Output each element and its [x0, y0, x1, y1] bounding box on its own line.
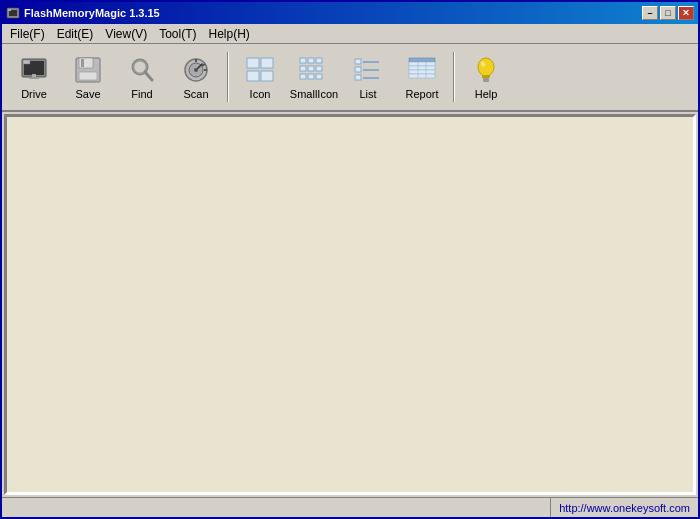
svg-rect-39 — [363, 77, 379, 79]
svg-rect-41 — [409, 62, 435, 66]
scan-icon — [180, 54, 212, 86]
status-right: http://www.onekeysoft.com — [551, 502, 698, 514]
report-view-icon — [406, 54, 438, 86]
drive-label: Drive — [21, 88, 47, 100]
svg-rect-23 — [247, 71, 259, 81]
title-bar: FlashMemoryMagic 1.3.15 – □ ✕ — [2, 2, 698, 24]
scan-button[interactable]: Scan — [170, 48, 222, 106]
svg-point-20 — [194, 68, 198, 72]
drive-icon — [18, 54, 50, 86]
svg-rect-43 — [409, 70, 435, 74]
svg-rect-34 — [355, 59, 361, 64]
svg-rect-2 — [8, 9, 11, 11]
svg-line-14 — [145, 72, 152, 80]
svg-rect-36 — [355, 67, 361, 72]
help-button[interactable]: Help — [460, 48, 512, 106]
svg-rect-27 — [316, 58, 322, 63]
find-label: Find — [131, 88, 152, 100]
help-icon — [470, 54, 502, 86]
svg-rect-32 — [308, 74, 314, 79]
content-panel — [6, 116, 694, 493]
svg-rect-40 — [409, 58, 435, 62]
list-view-label: List — [359, 88, 376, 100]
icon-view-button[interactable]: Icon — [234, 48, 286, 106]
main-content-area — [4, 114, 696, 495]
svg-rect-48 — [482, 75, 490, 78]
svg-rect-50 — [483, 80, 489, 82]
save-label: Save — [75, 88, 100, 100]
smallicon-view-label: SmallIcon — [290, 88, 338, 100]
svg-rect-7 — [29, 77, 39, 79]
menu-file[interactable]: File(F) — [4, 25, 51, 43]
svg-rect-35 — [363, 61, 379, 63]
status-left — [2, 498, 551, 517]
help-label: Help — [475, 88, 498, 100]
svg-rect-6 — [32, 74, 36, 77]
svg-rect-42 — [409, 66, 435, 70]
smallicon-view-button[interactable]: SmallIcon — [288, 48, 340, 106]
svg-rect-37 — [363, 69, 379, 71]
find-icon — [126, 54, 158, 86]
menu-view[interactable]: View(V) — [99, 25, 153, 43]
toolbar-separator-2 — [453, 52, 455, 102]
svg-rect-24 — [261, 71, 273, 81]
minimize-button[interactable]: – — [642, 6, 658, 20]
svg-rect-30 — [316, 66, 322, 71]
status-bar: http://www.onekeysoft.com — [2, 497, 698, 517]
svg-rect-22 — [261, 58, 273, 68]
icon-view-icon — [244, 54, 276, 86]
main-window: FlashMemoryMagic 1.3.15 – □ ✕ File(F) Ed… — [0, 0, 700, 519]
toolbar: Drive Save Find — [2, 44, 698, 112]
svg-point-47 — [478, 58, 494, 76]
svg-rect-26 — [308, 58, 314, 63]
menu-bar: File(F) Edit(E) View(V) Tool(T) Help(H) — [2, 24, 698, 44]
svg-rect-38 — [355, 75, 361, 80]
title-bar-left: FlashMemoryMagic 1.3.15 — [6, 6, 160, 20]
status-url: http://www.onekeysoft.com — [559, 502, 690, 514]
svg-rect-11 — [79, 72, 97, 80]
svg-rect-25 — [300, 58, 306, 63]
list-view-button[interactable]: List — [342, 48, 394, 106]
svg-rect-28 — [300, 66, 306, 71]
toolbar-separator-1 — [227, 52, 229, 102]
window-title: FlashMemoryMagic 1.3.15 — [24, 7, 160, 19]
svg-rect-44 — [409, 74, 435, 78]
report-view-button[interactable]: Report — [396, 48, 448, 106]
list-view-icon — [352, 54, 384, 86]
smallicon-view-icon — [298, 54, 330, 86]
save-button[interactable]: Save — [62, 48, 114, 106]
title-controls: – □ ✕ — [642, 6, 694, 20]
menu-tool[interactable]: Tool(T) — [153, 25, 202, 43]
drive-button[interactable]: Drive — [8, 48, 60, 106]
report-view-label: Report — [405, 88, 438, 100]
scan-label: Scan — [183, 88, 208, 100]
app-icon — [6, 6, 20, 20]
svg-rect-33 — [316, 74, 322, 79]
maximize-button[interactable]: □ — [660, 6, 676, 20]
svg-rect-5 — [23, 60, 30, 64]
svg-rect-31 — [300, 74, 306, 79]
close-button[interactable]: ✕ — [678, 6, 694, 20]
menu-edit[interactable]: Edit(E) — [51, 25, 100, 43]
save-icon — [72, 54, 104, 86]
menu-help[interactable]: Help(H) — [203, 25, 256, 43]
svg-rect-49 — [483, 78, 489, 80]
find-button[interactable]: Find — [116, 48, 168, 106]
svg-rect-29 — [308, 66, 314, 71]
svg-rect-21 — [247, 58, 259, 68]
svg-rect-10 — [81, 59, 84, 67]
icon-view-label: Icon — [250, 88, 271, 100]
